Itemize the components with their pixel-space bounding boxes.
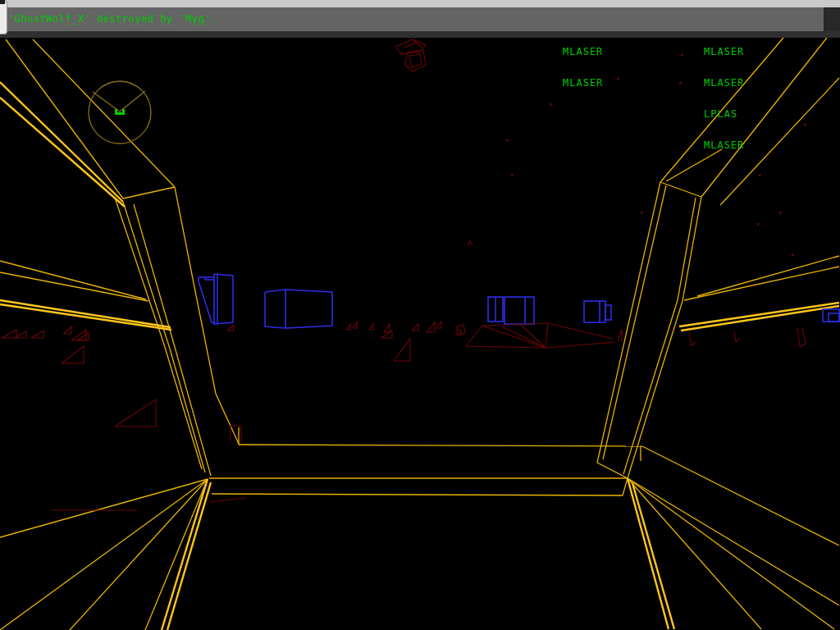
message-bar: 'GhostWolf_X' destroyed by 'Myg'. — [0, 7, 840, 31]
cockpit-frame — [0, 38, 839, 630]
window-bottom-strip — [0, 31, 840, 38]
message-bar-handle[interactable] — [0, 1, 7, 34]
message-bar-end-block — [824, 7, 840, 31]
game-viewport: MLASERMLASERMLASERMLASERLPLASMLASER 'Gho… — [0, 0, 840, 630]
cockpit-frame-bright — [0, 82, 839, 630]
weapon-label: LPLAS — [704, 108, 737, 120]
window-top-strip — [0, 0, 840, 7]
corner-pixel — [0, 0, 5, 4]
wireframe-canvas — [0, 0, 840, 630]
weapon-label: MLASER — [704, 46, 744, 57]
weapon-label: MLASER — [704, 139, 744, 151]
weapon-label: MLASER — [563, 46, 603, 57]
weapon-label: MLASER — [563, 77, 603, 89]
target-marker-icon — [115, 109, 125, 115]
weapon-label: MLASER — [704, 77, 744, 89]
kill-message: 'GhostWolf_X' destroyed by 'Myg'. — [8, 13, 217, 25]
